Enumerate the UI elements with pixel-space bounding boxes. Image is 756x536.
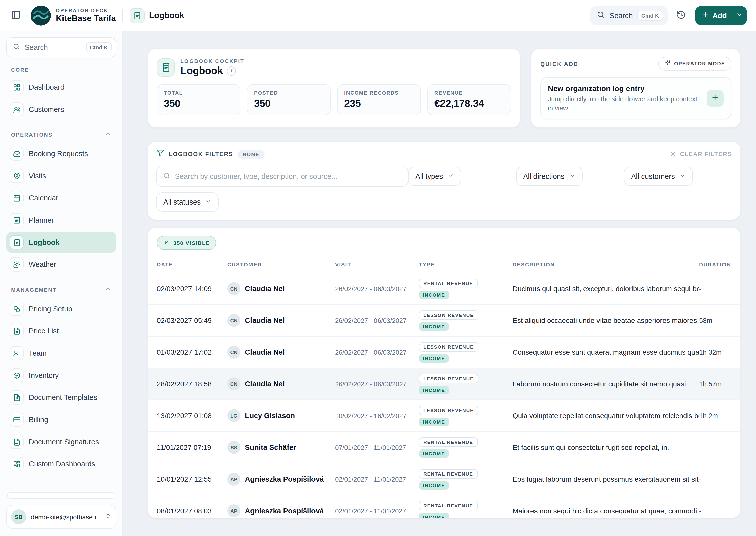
- customer-name: Lucy Gíslason: [245, 412, 295, 419]
- income-badge: INCOME: [419, 513, 449, 519]
- cell-customer: CNClaudia Nel: [227, 282, 335, 295]
- logbook-table: DATE CUSTOMER VISIT TYPE DESCRIPTION DUR…: [148, 256, 741, 519]
- sidebar-item-logbook[interactable]: Logbook: [6, 232, 117, 253]
- chevron-down-icon[interactable]: [736, 11, 743, 20]
- chevron-up-icon: [105, 130, 111, 139]
- sidebar-search-input[interactable]: Search Cmd K: [6, 37, 117, 57]
- type-filter-dropdown[interactable]: All types: [408, 167, 461, 186]
- customer-name: Agnieszka Pospíšilová: [245, 475, 324, 483]
- customer-filter-dropdown[interactable]: All customers: [624, 167, 693, 186]
- cell-customer: LGLucy Gíslason: [227, 409, 335, 422]
- cell-date: 10/01/2027 12:55: [157, 475, 227, 483]
- section-operations[interactable]: OPERATIONS: [6, 130, 117, 139]
- sidebar-item-pricing-setup[interactable]: Pricing Setup: [6, 298, 117, 319]
- search-shortcut-badge: Cmd K: [637, 10, 663, 20]
- add-button[interactable]: Add: [695, 6, 747, 25]
- stat-value: €22,178.34: [434, 98, 504, 109]
- sidebar: Search Cmd K CORE Dashboard Customers OP…: [0, 31, 123, 536]
- sidebar-item-document-signatures[interactable]: Document Signatures: [6, 431, 117, 452]
- sidebar-item-label: Document Signatures: [29, 438, 99, 446]
- type-badge: LESSON REVENUE: [419, 405, 478, 415]
- quick-add-entry[interactable]: New organization log entry Jump directly…: [540, 77, 731, 119]
- quick-add-entry-button[interactable]: [706, 90, 724, 107]
- table-row[interactable]: 10/01/2027 12:55 APAgnieszka Pospíšilová…: [148, 463, 741, 495]
- sidebar-item-calendar[interactable]: Calendar: [6, 187, 117, 209]
- column-header-type: TYPE: [419, 261, 513, 267]
- coins-icon: [10, 302, 24, 316]
- stat-revenue: REVENUE €22,178.34: [428, 84, 511, 116]
- sidebar-item-document-templates[interactable]: Document Templates: [6, 387, 117, 408]
- filters-search-input[interactable]: [175, 172, 402, 180]
- sidebar-item-booking-requests[interactable]: Booking Requests: [6, 143, 117, 164]
- dashboard-icon: [10, 80, 24, 94]
- cell-date: 02/03/2027 14:09: [157, 285, 227, 293]
- sidebar-toggle-button[interactable]: [7, 7, 24, 24]
- direction-filter-dropdown[interactable]: All directions: [516, 167, 583, 186]
- type-badge: LESSON REVENUE: [419, 374, 478, 383]
- help-circle-icon: [229, 67, 234, 75]
- visible-count-label: 350 VISIBLE: [173, 240, 210, 246]
- clear-filters-button[interactable]: CLEAR FILTERS: [670, 151, 732, 158]
- sidebar-item-label: Logbook: [29, 238, 59, 246]
- sidebar-item-custom-dashboards[interactable]: Custom Dashboards: [6, 453, 117, 475]
- type-badge: RENTAL REVENUE: [419, 469, 478, 478]
- sidebar-item-inventory[interactable]: Inventory: [6, 365, 117, 386]
- cell-visit: 07/01/2027 - 11/01/2027: [335, 444, 419, 451]
- sidebar-item-team[interactable]: Team: [6, 343, 117, 364]
- cell-duration: 1h 2m: [699, 412, 741, 419]
- cell-customer: APAgnieszka Pospíšilová: [227, 473, 335, 486]
- add-button-label: Add: [713, 11, 727, 19]
- cell-visit: 02/01/2027 - 11/01/2027: [335, 475, 419, 483]
- cell-type: RENTAL REVENUEINCOME: [419, 437, 513, 458]
- stat-total: TOTAL 350: [157, 84, 240, 116]
- cell-type: RENTAL REVENUEINCOME: [419, 278, 513, 299]
- sidebar-item-price-list[interactable]: Price List: [6, 320, 117, 342]
- cell-customer: CNClaudia Nel: [227, 314, 335, 327]
- sidebar-item-weather[interactable]: Weather: [6, 254, 117, 275]
- stat-label: POSTED: [254, 90, 324, 96]
- visible-count-badge[interactable]: 350 VISIBLE: [157, 236, 217, 250]
- user-menu-button[interactable]: SB demo-kite@spotbase.i: [6, 505, 117, 529]
- customer-name: Claudia Nel: [245, 348, 285, 356]
- global-search-button[interactable]: Search Cmd K: [590, 6, 668, 25]
- cell-duration: -: [699, 444, 741, 451]
- customer-name: Claudia Nel: [245, 380, 285, 388]
- section-core: CORE: [6, 66, 117, 73]
- sidebar-item-label: Team: [29, 349, 47, 357]
- cell-visit: 26/02/2027 - 06/03/2027: [335, 348, 419, 356]
- avatar: CN: [227, 314, 240, 327]
- history-button[interactable]: [673, 7, 690, 24]
- income-badge: INCOME: [419, 481, 449, 489]
- income-badge: INCOME: [419, 418, 449, 426]
- sidebar-item-dashboard[interactable]: Dashboard: [6, 77, 117, 98]
- filters-title: LOGBOOK FILTERS: [169, 151, 233, 157]
- main-content: LOGBOOK COCKPIT Logbook TOTAL: [123, 31, 756, 536]
- customer-name: Claudia Nel: [245, 285, 285, 293]
- brand-text: OPERATOR DECK KiteBase Tarifa: [56, 8, 116, 23]
- avatar: SS: [227, 441, 240, 454]
- sidebar-item-billing[interactable]: Billing: [6, 409, 117, 430]
- table-row[interactable]: 01/03/2027 17:02 CNClaudia Nel 26/02/202…: [148, 337, 741, 368]
- sidebar-item-visits[interactable]: Visits: [6, 165, 117, 186]
- help-button[interactable]: [227, 66, 236, 75]
- sidebar-item-customers[interactable]: Customers: [6, 99, 117, 120]
- table-row[interactable]: 02/03/2027 14:09 CNClaudia Nel 26/02/202…: [148, 273, 741, 305]
- type-badge: LESSON REVENUE: [419, 342, 478, 352]
- filters-search[interactable]: [156, 166, 408, 187]
- brand[interactable]: OPERATOR DECK KiteBase Tarifa: [31, 5, 116, 25]
- table-row[interactable]: 13/02/2027 01:08 LGLucy Gíslason 10/02/2…: [148, 400, 741, 432]
- sidebar-item-planner[interactable]: Planner: [6, 210, 117, 231]
- table-row[interactable]: 28/02/2027 18:58 CNClaudia Nel 26/02/202…: [148, 368, 741, 400]
- sidebar-item-label: Weather: [29, 260, 56, 269]
- section-management[interactable]: MANAGEMENT: [6, 285, 117, 294]
- map-pin-icon: [10, 169, 24, 183]
- cockpit-title: Logbook: [181, 65, 223, 77]
- operator-mode-button[interactable]: OPERATOR MODE: [659, 57, 731, 71]
- income-badge: INCOME: [419, 385, 449, 394]
- table-row[interactable]: 02/03/2027 05:49 CNClaudia Nel 26/02/202…: [148, 305, 741, 337]
- table-row[interactable]: 11/01/2027 07:19 SSSunita Schäfer 07/01/…: [148, 432, 741, 463]
- status-filter-dropdown[interactable]: All statuses: [156, 192, 219, 212]
- type-badge: RENTAL REVENUE: [419, 278, 478, 288]
- file-pen-icon: [10, 390, 24, 405]
- table-row[interactable]: 08/01/2027 08:03 APAgnieszka Pospíšilová…: [148, 495, 741, 519]
